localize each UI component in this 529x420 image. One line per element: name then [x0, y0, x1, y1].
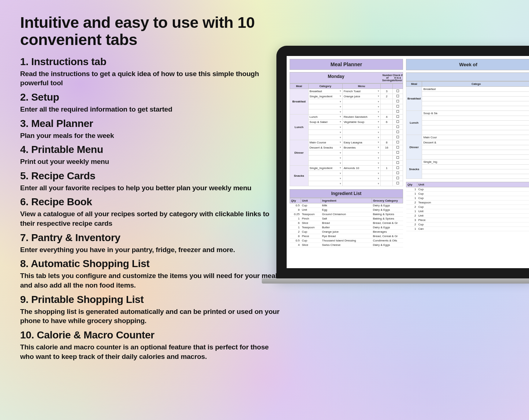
menu-cell[interactable]: ▾: [342, 176, 381, 181]
category-cell[interactable]: Main Course▾: [308, 140, 342, 145]
category-cell[interactable]: ▾: [308, 155, 342, 161]
leftover-checkbox[interactable]: [393, 155, 403, 161]
menu-cell[interactable]: Vegetable Soup▾: [342, 120, 381, 125]
servings-cell[interactable]: [381, 155, 393, 161]
menu-cell[interactable]: ▾: [342, 181, 381, 186]
leftover-checkbox[interactable]: [393, 135, 403, 140]
category-cell[interactable]: [422, 145, 529, 150]
category-cell[interactable]: [422, 150, 529, 155]
category-cell[interactable]: [422, 169, 529, 174]
category-cell[interactable]: [422, 121, 529, 125]
category-cell[interactable]: ▾: [308, 181, 342, 186]
menu-cell[interactable]: ▾: [342, 135, 381, 140]
menu-cell[interactable]: ▾: [342, 104, 381, 109]
leftover-checkbox[interactable]: [393, 140, 403, 145]
servings-cell[interactable]: 8: [381, 140, 393, 145]
category-cell[interactable]: ▾: [308, 125, 342, 130]
servings-cell[interactable]: 2: [381, 94, 393, 99]
category-cell[interactable]: [422, 174, 529, 179]
menu-cell[interactable]: ▾: [342, 99, 381, 104]
category-cell[interactable]: [422, 155, 529, 160]
category-cell[interactable]: Breakfast: [422, 87, 529, 92]
category-cell[interactable]: ▾: [308, 135, 342, 140]
servings-cell[interactable]: [381, 135, 393, 140]
category-cell[interactable]: [422, 130, 529, 135]
servings-cell[interactable]: 4: [381, 115, 393, 120]
leftover-checkbox[interactable]: [393, 99, 403, 104]
leftover-checkbox[interactable]: [393, 176, 403, 181]
category-cell[interactable]: Soup & Sa: [422, 111, 529, 116]
leftover-checkbox[interactable]: [393, 161, 403, 166]
servings-cell[interactable]: 1: [381, 166, 393, 171]
leftover-checkbox[interactable]: [393, 125, 403, 130]
servings-cell[interactable]: [381, 99, 393, 104]
category-cell[interactable]: [422, 97, 529, 101]
category-cell[interactable]: ▾: [308, 150, 342, 155]
category-cell[interactable]: Lunch▾: [308, 115, 342, 120]
ingredient-cell: Piece: [417, 218, 529, 222]
category-cell[interactable]: [422, 116, 529, 121]
category-cell[interactable]: [422, 125, 529, 130]
category-cell[interactable]: [422, 101, 529, 106]
menu-cell[interactable]: Brownies▾: [342, 145, 381, 150]
category-cell[interactable]: Soup & Salad▾: [308, 120, 342, 125]
menu-cell[interactable]: ▾: [342, 171, 381, 176]
menu-cell[interactable]: Reuben Sandwich▾: [342, 115, 381, 120]
category-cell[interactable]: ▾: [308, 161, 342, 166]
menu-cell[interactable]: ▾: [342, 125, 381, 130]
category-cell[interactable]: ▾: [308, 104, 342, 109]
servings-cell[interactable]: [381, 125, 393, 130]
leftover-checkbox[interactable]: [393, 104, 403, 109]
servings-cell[interactable]: [381, 150, 393, 155]
category-cell[interactable]: ▾: [308, 171, 342, 176]
menu-cell[interactable]: ▾: [342, 109, 381, 115]
ingredient-cell: Slice: [301, 243, 321, 247]
ingredient-cell: Rye Bread: [321, 234, 372, 239]
leftover-checkbox[interactable]: [393, 145, 403, 150]
leftover-checkbox[interactable]: [393, 171, 403, 176]
servings-cell[interactable]: [381, 161, 393, 166]
category-cell[interactable]: [422, 165, 529, 169]
leftover-checkbox[interactable]: [393, 166, 403, 171]
category-cell[interactable]: Breakfast▾: [308, 89, 342, 94]
menu-cell[interactable]: ▾: [342, 161, 381, 166]
leftover-checkbox[interactable]: [393, 150, 403, 155]
category-cell[interactable]: Single_Ingredient▾: [308, 166, 342, 171]
menu-cell[interactable]: French Toast▾: [342, 89, 381, 94]
servings-cell[interactable]: 6: [381, 120, 393, 125]
servings-cell[interactable]: [381, 176, 393, 181]
leftover-checkbox[interactable]: [393, 89, 403, 94]
section-2: 2. Setup Enter all the required informat…: [20, 91, 282, 114]
category-cell[interactable]: ▾: [308, 130, 342, 135]
section-4: 4. Printable Menu Print out your weekly …: [20, 144, 282, 166]
category-cell[interactable]: [422, 92, 529, 97]
servings-cell[interactable]: [381, 130, 393, 135]
leftover-checkbox[interactable]: [393, 181, 403, 186]
category-cell[interactable]: Single_Ingredient▾: [308, 94, 342, 99]
servings-cell[interactable]: [381, 171, 393, 176]
servings-cell[interactable]: 16: [381, 145, 393, 150]
leftover-checkbox[interactable]: [393, 130, 403, 135]
servings-cell[interactable]: 3: [381, 89, 393, 94]
menu-cell[interactable]: ▾: [342, 130, 381, 135]
category-cell[interactable]: ▾: [308, 109, 342, 115]
menu-cell[interactable]: Almonds 10▾: [342, 166, 381, 171]
category-cell[interactable]: Dessert &: [422, 140, 529, 145]
menu-cell[interactable]: ▾: [342, 155, 381, 161]
leftover-checkbox[interactable]: [393, 115, 403, 120]
category-cell[interactable]: ▾: [308, 176, 342, 181]
leftover-checkbox[interactable]: [393, 94, 403, 99]
menu-cell[interactable]: ▾: [342, 150, 381, 155]
leftover-checkbox[interactable]: [393, 120, 403, 125]
menu-cell[interactable]: Orange juice▾: [342, 94, 381, 99]
category-cell[interactable]: Single_Ing: [422, 160, 529, 165]
servings-cell[interactable]: [381, 104, 393, 109]
category-cell[interactable]: Dessert & Snacks▾: [308, 145, 342, 150]
category-cell[interactable]: ▾: [308, 99, 342, 104]
servings-cell[interactable]: [381, 181, 393, 186]
menu-cell[interactable]: Easy Lasagna▾: [342, 140, 381, 145]
category-cell[interactable]: Main Cour: [422, 135, 529, 140]
servings-cell[interactable]: [381, 109, 393, 115]
leftover-checkbox[interactable]: [393, 109, 403, 115]
category-cell[interactable]: [422, 106, 529, 111]
